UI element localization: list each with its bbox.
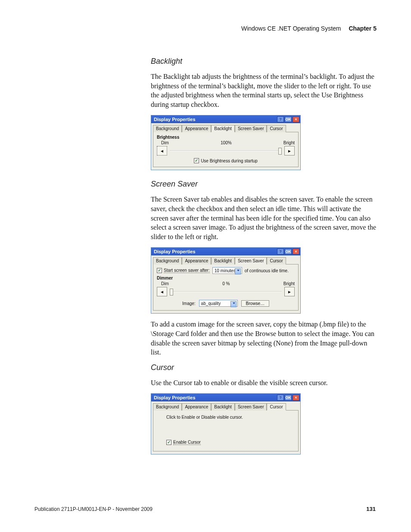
tab-appearance[interactable]: Appearance	[182, 403, 211, 411]
tab-cursor[interactable]: Cursor	[267, 125, 286, 132]
dialog-titlebar[interactable]: Display Properties ? OK ×	[151, 115, 300, 123]
dimmer-group-label: Dimmer	[157, 276, 295, 280]
tab-background[interactable]: Background	[153, 125, 182, 132]
cursor-paragraph: Use the Cursor tab to enable or disable …	[151, 378, 379, 388]
tab-pane: Click to Enable or Disable visible curso…	[153, 410, 299, 451]
chevron-down-icon	[233, 302, 235, 304]
bright-label: Bright	[283, 281, 295, 286]
ok-button[interactable]: OK	[285, 116, 292, 122]
bright-arrow-button[interactable]: ►	[284, 287, 295, 296]
checkbox-icon: ✓	[157, 268, 162, 273]
dialog-title: Display Properties	[152, 249, 196, 254]
backlight-paragraph: The Backlight tab adjusts the brightness…	[151, 72, 379, 109]
dimmer-slider[interactable]	[170, 287, 282, 296]
screensaver-paragraph-2: To add a custom image for the screen sav…	[151, 320, 379, 357]
tab-screen-saver[interactable]: Screen Saver	[235, 403, 267, 411]
backlight-dialog: Display Properties ? OK × Background App…	[151, 115, 301, 170]
idle-time-select[interactable]: 10 minutes	[212, 267, 242, 274]
page-header: Windows CE .NET Operating System Chapter…	[241, 25, 377, 32]
use-brightness-checkbox[interactable]: ✓ Use Brightness during startup	[194, 158, 258, 163]
start-screensaver-label: Start screen saver after:	[164, 268, 210, 273]
help-button[interactable]: ?	[277, 249, 284, 255]
tab-appearance[interactable]: Appearance	[182, 257, 211, 264]
dim-arrow-button[interactable]: ◄	[157, 287, 167, 296]
image-value: ab_quality	[201, 301, 221, 306]
dialog-title: Display Properties	[152, 395, 196, 400]
tab-screen-saver[interactable]: Screen Saver	[235, 257, 267, 264]
screensaver-paragraph-1: The Screen Saver tab enables and disable…	[151, 195, 379, 241]
image-select[interactable]: ab_quality	[199, 300, 238, 307]
percent-label: 100%	[221, 140, 232, 145]
screensaver-heading: Screen Saver	[151, 180, 379, 189]
tab-appearance[interactable]: Appearance	[182, 125, 211, 132]
chevron-down-icon	[237, 270, 240, 271]
tab-strip: Background Appearance Backlight Screen S…	[151, 255, 300, 264]
left-arrow-icon: ◄	[160, 289, 164, 294]
header-section: Windows CE .NET Operating System	[241, 25, 341, 32]
tab-cursor[interactable]: Cursor	[267, 403, 286, 411]
dim-label: Dim	[161, 281, 169, 286]
tab-cursor[interactable]: Cursor	[267, 257, 286, 264]
ok-button[interactable]: OK	[285, 395, 292, 401]
slider-thumb[interactable]	[278, 148, 282, 155]
dialog-titlebar[interactable]: Display Properties ? OK ×	[151, 394, 300, 401]
dim-arrow-button[interactable]: ◄	[157, 146, 167, 156]
idle-time-value: 10 minutes	[215, 268, 236, 273]
footer-page-number: 131	[366, 506, 376, 512]
cursor-heading: Cursor	[151, 363, 379, 372]
enable-cursor-label: Enable Cursor	[173, 440, 201, 445]
tab-pane: ✓ Start screen saver after: 10 minutes o…	[153, 264, 299, 311]
checkbox-icon: ✓	[194, 158, 199, 163]
bright-label: Bright	[283, 140, 295, 145]
slider-thumb[interactable]	[170, 289, 173, 296]
tab-background[interactable]: Background	[153, 403, 182, 411]
cursor-instruction: Click to Enable or Disable visible curso…	[166, 415, 295, 420]
tab-pane: Brightness Dim 100% Bright ◄ ► ✓ Use Bri…	[153, 132, 299, 167]
dialog-title: Display Properties	[152, 117, 196, 122]
tab-strip: Background Appearance Backlight Screen S…	[151, 401, 300, 410]
left-arrow-icon: ◄	[160, 149, 164, 153]
tab-screen-saver[interactable]: Screen Saver	[235, 125, 267, 132]
browse-button[interactable]: Browse…	[241, 300, 269, 307]
image-label: Image:	[182, 301, 196, 306]
help-button[interactable]: ?	[277, 395, 284, 401]
tab-backlight[interactable]: Backlight	[211, 403, 235, 411]
tab-backlight[interactable]: Backlight	[211, 257, 235, 264]
brightness-group-label: Brightness	[157, 135, 295, 140]
close-button[interactable]: ×	[293, 116, 299, 122]
dim-label: Dim	[161, 140, 169, 145]
percent-label: 0 %	[222, 281, 230, 286]
use-brightness-label: Use Brightness during startup	[201, 159, 258, 163]
checkbox-icon: ✓	[166, 440, 171, 445]
enable-cursor-checkbox[interactable]: ✓ Enable Cursor	[166, 440, 201, 445]
tab-background[interactable]: Background	[153, 257, 182, 264]
dialog-titlebar[interactable]: Display Properties ? OK ×	[151, 248, 300, 255]
right-arrow-icon: ►	[287, 289, 292, 294]
help-button[interactable]: ?	[277, 116, 284, 122]
idle-suffix-label: of continuous idle time.	[245, 268, 289, 273]
header-chapter: Chapter 5	[349, 25, 377, 32]
close-button[interactable]: ×	[293, 395, 299, 401]
brightness-slider[interactable]	[170, 146, 282, 156]
cursor-dialog: Display Properties ? OK × Background App…	[151, 393, 301, 454]
ok-button[interactable]: OK	[285, 249, 292, 255]
backlight-heading: Backlight	[151, 57, 379, 66]
right-arrow-icon: ►	[287, 149, 292, 153]
page-content: Backlight The Backlight tab adjusts the …	[151, 57, 379, 459]
tab-backlight[interactable]: Backlight	[211, 125, 235, 132]
start-screensaver-checkbox[interactable]: ✓ Start screen saver after:	[157, 268, 210, 273]
tab-strip: Background Appearance Backlight Screen S…	[151, 123, 300, 132]
bright-arrow-button[interactable]: ►	[284, 146, 295, 156]
screensaver-dialog: Display Properties ? OK × Background App…	[151, 247, 301, 314]
footer-publication: Publication 2711P-UM001J-EN-P - November…	[34, 506, 153, 512]
close-button[interactable]: ×	[293, 249, 299, 255]
